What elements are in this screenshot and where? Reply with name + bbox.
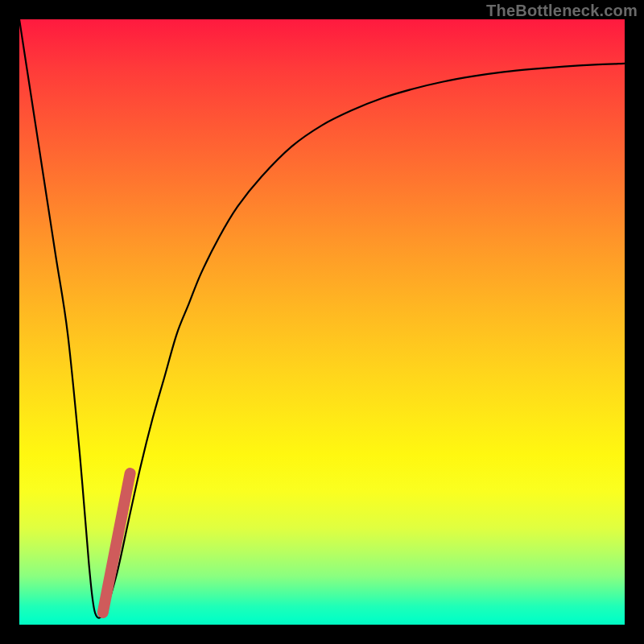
curve-layer [19, 19, 625, 625]
chart-frame: TheBottleneck.com [0, 0, 644, 644]
bottleneck-curve [19, 19, 625, 618]
watermark-text: TheBottleneck.com [486, 2, 638, 20]
plot-area [19, 19, 625, 625]
highlight-overlay [103, 473, 130, 613]
